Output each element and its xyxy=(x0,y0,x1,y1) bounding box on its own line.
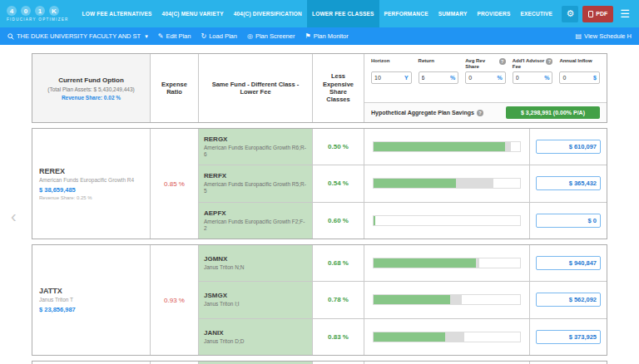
alt-ticker: RERGX xyxy=(204,135,307,143)
alternative-row[interactable]: JANIX Janus Triton D;D 0.83 % $ 373,925 xyxy=(199,319,607,355)
fund-group-jattx: JATTX Janus Triton T $ 23,856,987 0.93 %… xyxy=(32,244,607,356)
alternative-row[interactable]: AEPFX American Funds Europacific Growth … xyxy=(199,203,607,239)
annual-inflow-unit: $ xyxy=(593,75,597,81)
current-fund-cell: REREX American Funds Europacific Growth … xyxy=(32,129,151,239)
same-fund-header: Same Fund - Different Class - Lower Fee xyxy=(199,54,313,122)
advisor-fee-input-box: % xyxy=(513,71,553,84)
app-header: 4 0 1 K FIDUCIARY OPTIMIZER LOW FEE ALTE… xyxy=(0,0,639,27)
tab-performance[interactable]: PERFORMANCE xyxy=(379,0,433,27)
fund-expense-ratio: 0.85 % xyxy=(151,129,199,239)
horizon-unit: Y xyxy=(404,75,409,81)
alt-fund-name: Janus Triton D;D xyxy=(204,338,307,345)
current-fund-title: Current Fund Option xyxy=(58,76,124,84)
annual-inflow-input[interactable] xyxy=(562,75,592,81)
alt-expense-ratio: 0.54 % xyxy=(313,165,364,201)
savings-amount: $ 940,847 xyxy=(536,256,601,270)
savings-bar-secondary xyxy=(456,179,494,188)
savings-amount-cell: $ 373,925 xyxy=(530,319,607,355)
savings-bar-fill xyxy=(374,179,456,188)
avg-rev-share-input[interactable] xyxy=(468,75,495,81)
fund-group-rerex: REREX American Funds Europacific Growth … xyxy=(32,128,607,239)
alternative-row[interactable]: JGMNX Janus Triton N;N 0.68 % $ 940,847 xyxy=(199,245,607,282)
document-icon xyxy=(588,11,593,17)
savings-bar-cell xyxy=(364,165,530,201)
fund-assets[interactable]: $ 38,659,485 xyxy=(39,186,143,194)
savings-bar-secondary xyxy=(450,295,462,304)
annual-inflow-label: Annual Inflow xyxy=(559,58,600,70)
alt-expense-ratio: 0.50 % xyxy=(313,129,364,165)
tab-menu-variety[interactable]: 404(C) MENU VARIETY xyxy=(157,0,229,27)
advisor-fee-unit: % xyxy=(544,75,549,81)
alt-fund-name: Janus Triton I;I xyxy=(204,301,307,307)
chevron-left-icon[interactable]: ‹ xyxy=(11,207,17,226)
savings-bar-cell xyxy=(364,203,530,239)
advisor-fee-input[interactable] xyxy=(516,75,542,81)
horizon-input[interactable] xyxy=(374,75,403,81)
alternative-row[interactable]: RERFX American Funds Europacific Growth … xyxy=(199,165,607,202)
comparison-header-panel: Current Fund Option (Total Plan Assets: … xyxy=(32,53,607,123)
tab-lower-fee-classes[interactable]: LOWER FEE CLASSES xyxy=(307,0,379,27)
app-logo[interactable]: 4 0 1 K FIDUCIARY OPTIMIZER xyxy=(0,0,77,27)
alt-fund-name: Janus Triton N;N xyxy=(204,264,307,271)
horizon-input-box: Y xyxy=(371,71,412,84)
tab-providers[interactable]: PROVIDERS xyxy=(472,0,515,27)
alt-expense-ratio: 0.60 % xyxy=(313,203,364,239)
current-fund-header: Current Fund Option (Total Plan Assets: … xyxy=(32,54,151,122)
savings-bar-track xyxy=(373,178,521,189)
return-input[interactable] xyxy=(422,75,448,81)
alt-ticker: JANIX xyxy=(204,329,307,337)
fund-name: Janus Triton T xyxy=(39,297,143,303)
savings-bar-cell xyxy=(364,282,530,317)
alt-ticker: JGMNX xyxy=(204,255,307,263)
fund-revenue-share: Revenue Share: 0.25 % xyxy=(39,195,143,200)
search-icon xyxy=(7,33,14,40)
alt-ticker: RERFX xyxy=(204,172,307,180)
aggregate-savings-button[interactable]: $ 3,298,991 (0.00% P/A) xyxy=(506,106,600,119)
plan-screener-button[interactable]: ◎ Plan Screener xyxy=(247,32,295,40)
hamburger-icon: ☰ xyxy=(620,7,630,20)
alternatives-list: JGMNX Janus Triton N;N 0.68 % $ 940,847 … xyxy=(199,245,607,355)
settings-button[interactable]: ⚙ xyxy=(562,6,578,22)
logo-subtitle: FIDUCIARY OPTIMIZER xyxy=(7,17,69,22)
main-nav-tabs: LOW FEE ALTERNATIVES 404(C) MENU VARIETY… xyxy=(77,0,562,27)
edit-plan-button[interactable]: ✎ Edit Plan xyxy=(158,32,191,40)
info-icon[interactable]: ? xyxy=(546,58,552,65)
pdf-export-button[interactable]: PDF xyxy=(582,6,613,22)
alternatives-list: RERGX American Funds Europacific Growth … xyxy=(199,129,607,239)
info-icon[interactable]: ? xyxy=(499,58,506,65)
return-input-box: % xyxy=(419,71,459,84)
horizon-label: Horizon xyxy=(371,58,412,70)
savings-bar-fill xyxy=(374,216,375,225)
pencil-icon: ✎ xyxy=(158,33,164,40)
alternative-row[interactable]: JSMGX Janus Triton I;I 0.78 % $ 562,092 xyxy=(199,282,607,318)
plan-selector[interactable]: THE DUKE UNIVERSITY FACULTY AND ST ▾ xyxy=(7,32,148,40)
fund-name: American Funds Europacific Growth R4 xyxy=(39,177,143,184)
advisor-fee-label: Add'l Advisor Fee? xyxy=(513,58,553,70)
alternative-row[interactable]: RERGX American Funds Europacific Growth … xyxy=(199,129,607,165)
savings-bar-fill xyxy=(374,295,450,304)
fund-assets[interactable]: $ 23,856,987 xyxy=(39,306,143,313)
tab-executive[interactable]: EXECUTIVE xyxy=(516,0,558,27)
alt-ticker-cell: RERGX American Funds Europacific Growth … xyxy=(199,129,313,165)
return-control: Return % xyxy=(419,58,459,99)
view-schedule-button[interactable]: ▤ View Schedule H xyxy=(575,32,632,40)
schedule-icon: ▤ xyxy=(575,33,582,40)
aggregate-savings-row: Hypothetical Aggregate Plan Savings ? $ … xyxy=(364,102,607,122)
tab-diversification[interactable]: 404(C) DIVERSIFICATION xyxy=(229,0,307,27)
logo-char: 0 xyxy=(21,6,31,16)
tab-low-fee-alternatives[interactable]: LOW FEE ALTERNATIVES xyxy=(77,0,157,27)
tab-summary[interactable]: SUMMARY xyxy=(433,0,473,27)
info-icon[interactable]: ? xyxy=(477,110,483,116)
plan-toolbar: THE DUKE UNIVERSITY FACULTY AND ST ▾ ✎ E… xyxy=(0,27,639,45)
hamburger-menu-button[interactable]: ☰ xyxy=(617,7,632,20)
savings-amount-cell: $ 0 xyxy=(530,203,607,239)
return-unit: % xyxy=(450,75,455,81)
savings-bar-cell xyxy=(364,245,530,281)
plan-monitor-button[interactable]: ⚑ Plan Monitor xyxy=(305,32,348,40)
logo-char: 4 xyxy=(7,6,17,16)
savings-bar-track xyxy=(373,141,521,152)
alt-ticker: JSMGX xyxy=(204,292,307,299)
load-plan-button[interactable]: ↻ Load Plan xyxy=(201,32,236,40)
annual-inflow-control: Annual Inflow $ xyxy=(559,58,600,99)
savings-amount-cell: $ 562,092 xyxy=(530,282,607,317)
